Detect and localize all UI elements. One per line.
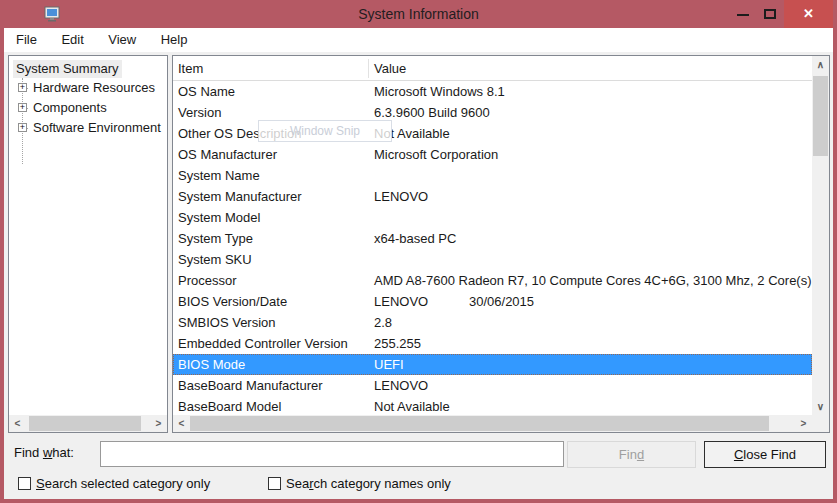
expand-icon-hardware-resources[interactable]: + [18,83,27,92]
scrollbar-corner [812,415,829,432]
search-category-names-checkbox[interactable] [268,477,281,490]
menu-view[interactable]: View [98,28,146,52]
row-value: LENOVO [374,291,428,312]
table-row[interactable]: System Typex64-based PC [173,228,812,249]
row-value: LENOVO [374,375,428,396]
row-item-label: Processor [178,270,237,291]
scroll-left-icon[interactable]: < [173,415,190,432]
window-snip-tooltip: Window Snip [258,120,392,142]
table-row[interactable]: Embedded Controller Version255.255 [173,333,812,354]
sidebar-item-hardware-resources[interactable]: Hardware Resources [33,79,155,97]
row-value: AMD A8-7600 Radeon R7, 10 Compute Cores … [374,270,812,291]
scroll-right-icon[interactable]: > [795,415,812,432]
row-value: 2.8 [374,312,392,333]
search-selected-category-label[interactable]: Search selected category only [36,476,210,491]
tree-horizontal-scrollbar[interactable]: < > [9,415,167,432]
table-row[interactable]: BaseBoard ModelNot Available [173,396,812,415]
table-row[interactable]: SMBIOS Version2.8 [173,312,812,333]
close-find-button[interactable]: Close Find [704,441,826,468]
column-header-value[interactable]: Value [374,56,406,81]
row-value: Microsoft Windows 8.1 [374,81,505,102]
row-item-label: BIOS Version/Date [178,291,287,312]
table-row[interactable]: BIOS ModeUEFI [173,354,812,375]
scroll-up-icon[interactable]: ∧ [812,56,829,73]
row-item-label: Version [178,102,221,123]
close-button[interactable]: ✕ [784,0,833,28]
row-value: UEFI [374,354,404,375]
table-row[interactable]: System Name [173,165,812,186]
table-row[interactable]: ProcessorAMD A8-7600 Radeon R7, 10 Compu… [173,270,812,291]
menu-help[interactable]: Help [151,28,198,52]
row-item-label: System Model [178,207,260,228]
window-title: System Information [0,0,837,28]
search-category-names-label[interactable]: Search category names only [286,476,451,491]
expand-icon-software-environment[interactable]: + [18,123,27,132]
row-item-label: System SKU [178,249,252,270]
tree-hscroll-thumb[interactable] [29,416,141,431]
find-button[interactable]: Find [567,441,696,468]
row-value: Microsoft Corporation [374,144,498,165]
scroll-right-icon[interactable]: > [150,415,167,432]
row-item-label: System Name [178,165,260,186]
close-icon: ✕ [803,6,814,21]
menu-file[interactable]: File [6,28,47,52]
category-tree-pane: System Summary + Hardware Resources + Co… [8,55,168,433]
find-bar: Find what: Find Close Find Search select… [4,437,833,499]
table-row[interactable]: System Model [173,207,812,228]
row-value: Not Available [374,396,450,415]
list-vscroll-thumb[interactable] [813,76,828,156]
table-row[interactable]: System SKU [173,249,812,270]
maximize-button[interactable] [756,0,784,28]
titlebar[interactable]: System Information ✕ [0,0,837,28]
expand-icon-components[interactable]: + [18,103,27,112]
minimize-icon [737,14,749,16]
row-item-label: BaseBoard Manufacturer [178,375,323,396]
search-selected-category-checkbox[interactable] [18,477,31,490]
row-value: 255.255 [374,333,421,354]
row-item-label: OS Name [178,81,235,102]
list-horizontal-scrollbar[interactable]: < > [173,415,812,432]
list-hscroll-thumb[interactable] [190,416,769,431]
table-row[interactable]: OS NameMicrosoft Windows 8.1 [173,81,812,102]
find-input[interactable] [100,441,564,467]
row-item-label: System Manufacturer [178,186,302,207]
row-item-label: System Type [178,228,253,249]
table-row[interactable]: BaseBoard ManufacturerLENOVO [173,375,812,396]
list-header: Item Value [173,56,829,81]
find-what-label: Find what: [14,445,74,460]
minimize-button[interactable] [730,0,756,28]
list-vertical-scrollbar[interactable]: ∧ ∨ [812,56,829,415]
table-row[interactable]: BIOS Version/DateLENOVO30/06/2015 [173,291,812,312]
menu-edit[interactable]: Edit [51,28,93,52]
column-header-item[interactable]: Item [178,56,203,81]
menu-bar: File Edit View Help [4,28,833,52]
column-divider[interactable] [368,59,369,78]
row-value: LENOVO [374,186,428,207]
sidebar-item-components[interactable]: Components [33,99,107,117]
sidebar-item-system-summary[interactable]: System Summary [13,60,122,78]
row-value-secondary: 30/06/2015 [469,291,534,312]
scroll-down-icon[interactable]: ∨ [812,398,829,415]
row-item-label: SMBIOS Version [178,312,276,333]
table-row[interactable]: OS ManufacturerMicrosoft Corporation [173,144,812,165]
detail-list-pane: Item Value OS NameMicrosoft Windows 8.1V… [172,55,830,433]
row-item-label: OS Manufacturer [178,144,277,165]
row-item-label: Embedded Controller Version [178,333,348,354]
row-item-label: BaseBoard Model [178,396,281,415]
row-item-label: BIOS Mode [178,354,245,375]
system-information-window: System Information ✕ File Edit View Help… [0,0,837,503]
table-row[interactable]: System ManufacturerLENOVO [173,186,812,207]
sidebar-item-software-environment[interactable]: Software Environment [33,119,161,137]
row-value: x64-based PC [374,228,456,249]
scroll-left-icon[interactable]: < [9,415,26,432]
maximize-icon [764,9,776,19]
